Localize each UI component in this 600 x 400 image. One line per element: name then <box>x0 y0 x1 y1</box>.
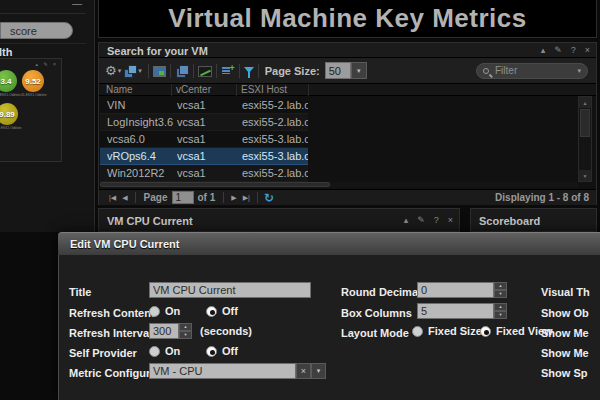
refresh-content-off-option[interactable]: Off <box>206 305 238 317</box>
table-row[interactable]: Win2012R2 vcsa1 esxi55-2.lab.c... <box>100 165 308 182</box>
filter-box[interactable]: ▾ <box>476 63 588 79</box>
collapse-icon[interactable]: ▴ <box>541 46 546 55</box>
copy-icon[interactable] <box>175 64 189 77</box>
health-badge[interactable]: 3.4 <box>0 70 17 92</box>
refresh-icon[interactable]: ↻ <box>264 191 274 205</box>
health-badge[interactable]: 9.52 <box>22 70 44 92</box>
metric-configuration-input[interactable] <box>149 363 296 379</box>
layout-mode-label: Layout Mode <box>341 327 409 339</box>
vertical-scrollbar[interactable]: ▲ ▼ <box>578 96 592 182</box>
chevron-down-icon[interactable]: ▾ <box>311 363 326 379</box>
close-icon[interactable]: × <box>448 216 453 225</box>
filter-funnel-icon[interactable] <box>244 67 254 73</box>
box-columns-spinner[interactable]: ▲ ▼ <box>494 303 507 319</box>
title-input[interactable] <box>149 282 311 298</box>
self-provider-on-option[interactable]: On <box>149 345 180 357</box>
prev-page-icon[interactable]: ◀ <box>122 194 127 202</box>
edit-icon[interactable]: ✎ <box>554 46 562 55</box>
help-icon[interactable]: ? <box>571 46 576 55</box>
sidebar-search-input[interactable] <box>0 22 73 39</box>
column-divider <box>171 84 172 96</box>
interaction-caret-icon[interactable]: ▾ <box>138 67 142 75</box>
dialog-titlebar[interactable]: Edit VM CPU Current <box>58 232 600 255</box>
widget-header-icons[interactable]: ▴ ✎ × <box>36 61 58 67</box>
radio-fixed-size[interactable] <box>412 326 423 337</box>
table-row-selected[interactable]: vROps6.4 vcsa1 esxi55-3.lab.c... <box>100 148 308 165</box>
chart-icon[interactable] <box>198 66 212 77</box>
spinner-down-icon[interactable]: ▼ <box>494 311 507 319</box>
round-decimals-row: ▲ ▼ <box>417 282 507 298</box>
scrollbar-thumb[interactable] <box>100 182 330 187</box>
table-row[interactable]: vcsa6.0 vcsa1 esxi55-3.lab.c... <box>100 131 308 148</box>
column-divider <box>236 84 237 96</box>
refresh-interval-spinner[interactable]: ▲ ▼ <box>179 323 192 339</box>
gear-caret-icon[interactable]: ▾ <box>118 67 122 75</box>
add-list-icon[interactable] <box>221 64 235 77</box>
filter-input[interactable] <box>493 64 573 77</box>
spinner-down-icon[interactable]: ▼ <box>179 331 192 339</box>
radio-off-selected[interactable] <box>206 346 217 357</box>
edit-icon[interactable]: ✎ <box>417 216 425 225</box>
page-size-dropdown[interactable]: ▾ <box>351 62 367 79</box>
column-header-esxi-host[interactable]: ESXI Host <box>241 84 287 95</box>
cell-esxi-host: esxi55-3.lab.c... <box>242 150 308 162</box>
help-icon[interactable]: ? <box>434 216 439 225</box>
cell-name: Win2012R2 <box>107 167 173 179</box>
page-size-input[interactable] <box>325 62 351 79</box>
radio-on[interactable] <box>149 346 160 357</box>
minimize-icon[interactable]: — <box>72 0 82 9</box>
scroll-down-icon[interactable]: ▼ <box>579 170 591 181</box>
dashboard-title-panel: Virtual Machine Key Metrics <box>98 0 597 38</box>
spinner-down-icon[interactable]: ▼ <box>494 290 507 298</box>
scrollbar-thumb[interactable] <box>580 109 590 137</box>
clear-icon[interactable]: × <box>296 363 311 379</box>
column-header-name[interactable]: Name <box>106 84 133 95</box>
filter-caret-icon[interactable]: ▾ <box>577 67 581 75</box>
grid-toolbar: ⚙ ▾ ▾ Page Size: ▾ ▾ <box>99 58 596 84</box>
page-size-label: Page Size: <box>265 65 320 77</box>
refresh-content-label: Refresh Content <box>69 307 155 319</box>
show-sparkline-label: Show Sp <box>541 367 587 379</box>
gear-icon[interactable]: ⚙ <box>105 64 117 77</box>
round-decimals-label: Round Decimals <box>341 286 427 298</box>
last-page-icon[interactable]: ▶| <box>243 194 250 202</box>
pager-bar: |◀ ◀ Page of 1 ▶ ▶| ↻ Displaying 1 - 8 o… <box>99 189 596 205</box>
spinner-up-icon[interactable]: ▲ <box>494 282 507 290</box>
horizontal-scrollbar[interactable] <box>100 182 578 188</box>
box-columns-label: Box Columns <box>341 307 412 319</box>
round-decimals-spinner[interactable]: ▲ ▼ <box>494 282 507 298</box>
spinner-up-icon[interactable]: ▲ <box>494 303 507 311</box>
scroll-up-icon[interactable]: ▲ <box>579 97 591 108</box>
spinner-up-icon[interactable]: ▲ <box>179 323 192 331</box>
health-badge[interactable]: 9.89 <box>0 103 18 125</box>
collapse-icon[interactable]: ▴ <box>404 216 409 225</box>
refresh-interval-row: ▲ ▼ (seconds) <box>149 323 252 339</box>
table-row[interactable]: VIN vcsa1 esxi55-2.lab.c... <box>100 97 308 114</box>
radio-fixed-view-selected[interactable] <box>480 326 491 337</box>
close-icon[interactable]: × <box>585 46 590 55</box>
radio-on[interactable] <box>149 306 160 317</box>
first-page-icon[interactable]: |◀ <box>109 194 116 202</box>
badge-label: 41-ESX1-Oddsite <box>21 93 45 96</box>
box-columns-input[interactable] <box>417 303 494 319</box>
radio-off-label: Off <box>222 345 238 357</box>
divider <box>0 13 86 14</box>
search-vm-panel: Search for your VM ▴ ✎ ? × ⚙ ▾ ▾ Pa <box>98 42 597 205</box>
refresh-content-on-option[interactable]: On <box>149 305 180 317</box>
round-decimals-input[interactable] <box>417 282 494 298</box>
radio-off-selected[interactable] <box>206 306 217 317</box>
self-provider-off-option[interactable]: Off <box>206 345 238 357</box>
divider <box>257 192 258 203</box>
column-header-vcenter[interactable]: vCenter <box>176 84 211 95</box>
divider <box>0 43 86 44</box>
layout-mode-fixed-size-option[interactable]: Fixed Size <box>412 325 482 337</box>
divider <box>135 192 136 203</box>
column-divider <box>308 84 309 96</box>
search-panel-title: Search for your VM <box>107 45 208 57</box>
refresh-interval-input[interactable] <box>149 323 179 339</box>
page-number-input[interactable] <box>172 191 194 204</box>
open-dashboard-icon[interactable] <box>153 66 166 77</box>
table-row[interactable]: LogInsight3.6 vcsa1 esxi55-2.lab.c... <box>100 114 308 131</box>
next-page-icon[interactable]: ▶ <box>231 194 236 202</box>
interaction-mode-icon[interactable] <box>123 64 137 77</box>
